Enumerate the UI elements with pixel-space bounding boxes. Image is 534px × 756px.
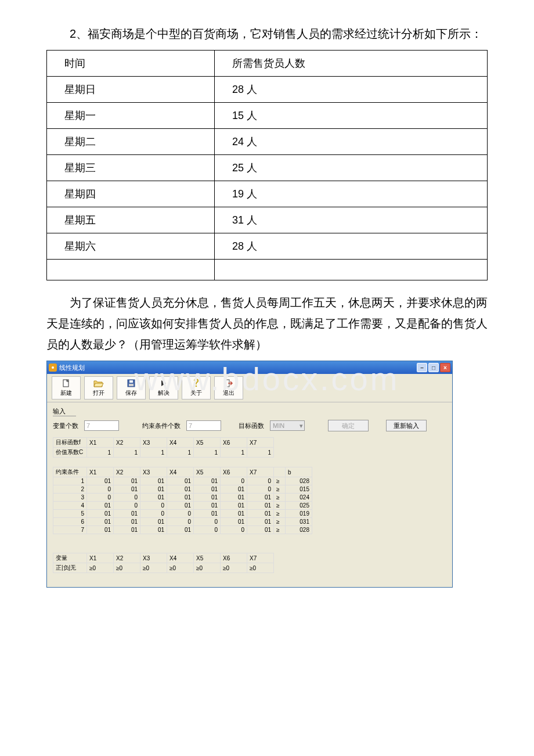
confirm-button[interactable]: 确定	[328, 420, 369, 431]
table-row: 星期日28 人	[47, 77, 488, 103]
toolbar: 新建 打开 保存 解决	[47, 374, 452, 402]
about-button[interactable]: 关于	[182, 376, 211, 399]
constraint-row: 1010101010100≥028	[53, 477, 312, 485]
var-count-label: 变量个数	[53, 422, 78, 430]
objective-type-select[interactable]: MIN ▾	[270, 420, 305, 431]
new-file-icon	[61, 379, 71, 388]
table-row-empty	[47, 260, 488, 280]
header-time: 时间	[47, 51, 215, 77]
table-row: 星期三25 人	[47, 155, 488, 181]
input-panel: 输入 变量个数 7 约束条件个数 7 目标函数 MIN ▾ 确定 重新输入	[47, 402, 452, 587]
problem-intro: 2、福安商场是个中型的百货商场，它对销售人员的需求经过统计分析如下所示：	[46, 23, 488, 44]
solve-button[interactable]: 解决	[149, 376, 178, 399]
save-button[interactable]: 保存	[117, 376, 146, 399]
objective-grid: 目标函数f X1 X2 X3 X4 X5 X6 X7 价值系数C 1 1 1	[53, 437, 446, 458]
table-row: 星期二24 人	[47, 129, 488, 155]
window-title: 线性规划	[59, 363, 85, 372]
constraint-row: 2001010101010≥015	[53, 485, 312, 494]
sign-row-label: 正|负|无	[53, 563, 87, 573]
reenter-button[interactable]: 重新输入	[386, 420, 427, 431]
save-disk-icon	[126, 379, 136, 388]
table-row: 星期四19 人	[47, 181, 488, 207]
constraints-label: 约束条件	[53, 467, 87, 477]
new-button[interactable]: 新建	[52, 376, 81, 399]
constraint-row: 5010100010101≥019	[53, 510, 312, 518]
lp-solver-window: 线性规划 – □ × 新建 打开	[46, 361, 453, 588]
table-row: 星期五31 人	[47, 207, 488, 233]
app-icon	[49, 363, 57, 372]
chevron-down-icon: ▾	[300, 422, 303, 430]
open-folder-icon	[93, 379, 104, 388]
table-row: 星期一15 人	[47, 103, 488, 129]
constraint-row: 7010101010001≥028	[53, 526, 312, 534]
table-header-row: 时间 所需售货员人数	[47, 51, 488, 77]
play-icon	[158, 379, 169, 388]
svg-point-4	[196, 386, 197, 387]
close-button[interactable]: ×	[440, 363, 450, 372]
titlebar[interactable]: 线性规划 – □ ×	[47, 361, 452, 374]
problem-body: 为了保证售货人员充分休息，售货人员每周工作五天，休息两天，并要求休息的两天是连续…	[46, 292, 488, 355]
var-count-input[interactable]: 7	[84, 420, 119, 431]
obj-row-label: 目标函数f	[53, 438, 87, 448]
requirements-table: 时间 所需售货员人数 星期日28 人 星期一15 人 星期二24 人 星期三25…	[46, 50, 488, 280]
variable-sign-grid: 变量 X1 X2 X3 X4 X5 X6 X7 正|负|无 ≥0 ≥0 ≥0	[53, 553, 446, 573]
b-label: b	[286, 467, 312, 477]
constraint-row: 6010101000101≥031	[53, 518, 312, 526]
svg-rect-2	[129, 380, 133, 383]
constraints-grid: 约束条件 X1 X2 X3 X4 X5 X6 X7 b 101010101010…	[53, 467, 446, 534]
header-count: 所需售货员人数	[215, 51, 488, 77]
table-row: 星期六28 人	[47, 233, 488, 260]
minimize-button[interactable]: –	[417, 363, 427, 372]
constraint-row: 4010001010101≥025	[53, 502, 312, 510]
coef-row-label: 价值系数C	[53, 448, 87, 458]
open-button[interactable]: 打开	[84, 376, 113, 399]
variable-section-label: 变量	[53, 553, 87, 563]
restore-button[interactable]: □	[428, 363, 439, 372]
constraint-count-input[interactable]: 7	[186, 420, 221, 431]
exit-button[interactable]: 退出	[214, 376, 243, 399]
input-section-label: 输入	[53, 407, 76, 416]
constraint-count-label: 约束条件个数	[142, 422, 181, 430]
help-icon	[191, 379, 201, 388]
constraint-row: 3000101010101≥024	[53, 494, 312, 502]
exit-icon	[223, 379, 234, 388]
svg-rect-3	[129, 384, 134, 386]
objective-label: 目标函数	[239, 422, 264, 430]
